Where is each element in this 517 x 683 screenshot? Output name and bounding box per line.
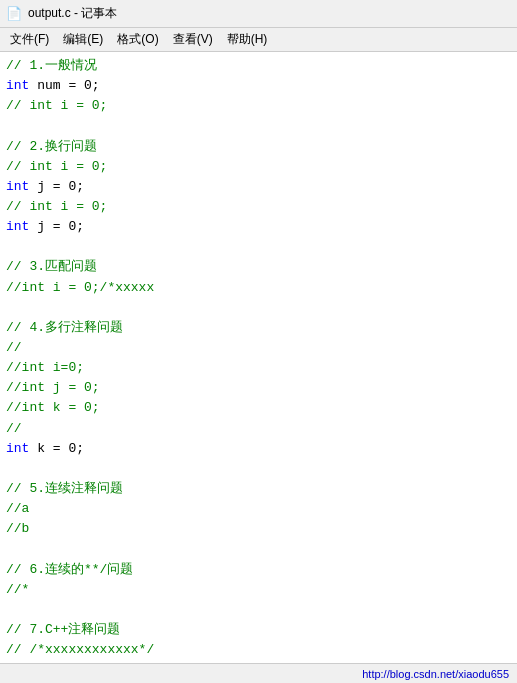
menu-format[interactable]: 格式(O): [111, 29, 164, 50]
code-line: //int i = 0;/*xxxxx: [6, 278, 511, 298]
code-line: // 3.匹配问题: [6, 257, 511, 277]
app-icon: 📄: [6, 6, 22, 22]
menu-bar: 文件(F) 编辑(E) 格式(O) 查看(V) 帮助(H): [0, 28, 517, 52]
code-line: int j = 0;: [6, 217, 511, 237]
window-title: output.c - 记事本: [28, 5, 117, 22]
code-line: //*: [6, 580, 511, 600]
code-line: //int i=0;: [6, 358, 511, 378]
code-line: int j = 0;: [6, 177, 511, 197]
code-line: // 4.多行注释问题: [6, 318, 511, 338]
code-line: // int i = 0;: [6, 96, 511, 116]
menu-edit[interactable]: 编辑(E): [57, 29, 109, 50]
code-line: // 1.一般情况: [6, 56, 511, 76]
editor-area[interactable]: // 1.一般情况 int num = 0; // int i = 0; // …: [0, 52, 517, 663]
code-line: [6, 539, 511, 559]
title-bar: 📄 output.c - 记事本: [0, 0, 517, 28]
status-url: http://blog.csdn.net/xiaodu655: [362, 668, 509, 680]
code-line: // 6.连续的**/问题: [6, 560, 511, 580]
code-line: [6, 459, 511, 479]
code-line: [6, 116, 511, 136]
code-line: //a: [6, 499, 511, 519]
code-line: // /*xxxxxxxxxxxx*/: [6, 640, 511, 660]
code-line: int num = 0;: [6, 76, 511, 96]
code-line: [6, 600, 511, 620]
code-line: [6, 298, 511, 318]
code-line: // 2.换行问题: [6, 137, 511, 157]
code-line: //b: [6, 519, 511, 539]
code-line: // 7.C++注释问题: [6, 620, 511, 640]
code-line: //: [6, 338, 511, 358]
code-line: //int j = 0;: [6, 378, 511, 398]
code-line: //: [6, 419, 511, 439]
code-line: int k = 0;: [6, 439, 511, 459]
code-line: // int i = 0;: [6, 197, 511, 217]
status-bar: http://blog.csdn.net/xiaodu655: [0, 663, 517, 683]
code-line: //int k = 0;: [6, 398, 511, 418]
menu-view[interactable]: 查看(V): [167, 29, 219, 50]
code-line: // 5.连续注释问题: [6, 479, 511, 499]
code-line: // int i = 0;: [6, 157, 511, 177]
code-line: [6, 237, 511, 257]
menu-file[interactable]: 文件(F): [4, 29, 55, 50]
menu-help[interactable]: 帮助(H): [221, 29, 274, 50]
